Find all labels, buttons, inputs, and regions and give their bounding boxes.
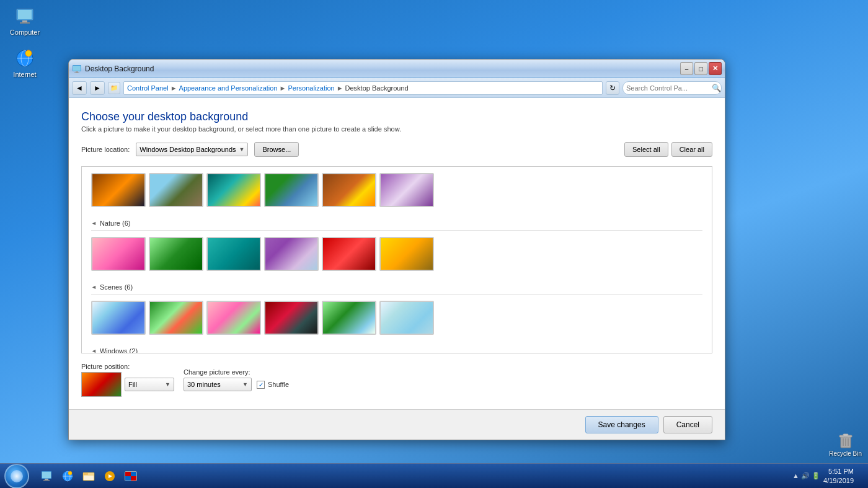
- position-dropdown[interactable]: Fill ▼: [125, 378, 174, 391]
- taskbar-date: 4/19/2019: [823, 476, 854, 485]
- folder-icon: 📁: [108, 82, 120, 94]
- position-control-row: Fill ▼: [81, 372, 174, 397]
- back-button[interactable]: ◄: [72, 81, 87, 95]
- picture-position-label: Picture position:: [81, 363, 174, 370]
- select-all-button[interactable]: Select all: [624, 142, 668, 157]
- browse-button[interactable]: Browse...: [254, 142, 299, 157]
- search-input[interactable]: [626, 84, 712, 92]
- nature-section-header[interactable]: ◄ Nature (6): [91, 216, 702, 231]
- nature-thumbnails: [91, 234, 702, 274]
- cancel-button[interactable]: Cancel: [663, 416, 712, 433]
- svg-rect-2: [22, 20, 27, 22]
- address-bar: ◄ ► 📁 Control Panel ► Appearance and Per…: [69, 78, 725, 98]
- breadcrumb-appearance[interactable]: Appearance and Personalization: [179, 84, 278, 92]
- taskbar-clock: 5:51 PM 4/19/2019: [823, 467, 854, 485]
- taskbar-buttons: [33, 466, 786, 486]
- close-button[interactable]: ✕: [709, 62, 722, 75]
- svg-point-7: [25, 50, 32, 56]
- thumbnail-lavender[interactable]: [379, 173, 434, 207]
- start-button[interactable]: [0, 464, 33, 488]
- window-content: Choose your desktop background Click a p…: [69, 98, 725, 409]
- shuffle-checkbox[interactable]: ✓: [257, 381, 265, 389]
- taskbar: ▲ 🔊 🔋 5:51 PM 4/19/2019: [0, 463, 868, 488]
- thumbnail-bokeh[interactable]: [379, 301, 434, 335]
- scenes-thumbnails: [91, 298, 702, 338]
- nature-section-label: Nature (6): [100, 220, 131, 227]
- system-tray-icons: ▲ 🔊 🔋: [792, 472, 820, 480]
- dropdown-arrow-icon: ▼: [239, 146, 245, 153]
- thumbnail-teal[interactable]: [206, 173, 261, 207]
- svg-rect-3: [20, 22, 30, 24]
- thumbnail-green-leaf[interactable]: [149, 237, 203, 271]
- shuffle-label: Shuffle: [268, 381, 289, 388]
- svg-rect-20: [45, 479, 48, 480]
- thumbnail-yellow[interactable]: [379, 237, 434, 271]
- position-dropdown-arrow-icon: ▼: [165, 381, 170, 388]
- change-picture-control: Change picture every: 30 minutes ▼ ✓ Shu…: [184, 368, 289, 391]
- maximize-button[interactable]: □: [694, 62, 707, 75]
- page-subtitle: Click a picture to make it your desktop …: [81, 125, 712, 133]
- scenes-section-header[interactable]: ◄ Scenes (6): [91, 280, 702, 295]
- computer-icon[interactable]: Computer: [6, 6, 43, 36]
- search-icon: 🔍: [712, 84, 721, 92]
- thumbnail-green-scene[interactable]: [149, 301, 203, 335]
- forward-button[interactable]: ►: [90, 81, 105, 95]
- save-changes-button[interactable]: Save changes: [585, 416, 658, 433]
- clear-all-button[interactable]: Clear all: [671, 142, 712, 157]
- svg-rect-19: [42, 472, 51, 478]
- breadcrumb-personalization[interactable]: Personalization: [288, 84, 334, 92]
- thumbnail-arch[interactable]: [322, 173, 376, 207]
- windows-collapse-icon: ◄: [91, 348, 97, 353]
- scenes-section-label: Scenes (6): [100, 283, 133, 291]
- svg-rect-15: [73, 66, 81, 71]
- svg-rect-10: [843, 434, 848, 436]
- taskbar-media-icon[interactable]: [100, 466, 120, 486]
- position-preview: [81, 372, 122, 397]
- gallery-section-nature: ◄ Nature (6): [82, 213, 712, 277]
- thumbnail-blue-flowers[interactable]: [91, 301, 146, 335]
- computer-icon-label: Computer: [10, 29, 40, 36]
- thumbnail-purple[interactable]: [264, 237, 319, 271]
- picture-position-control: Picture position: Fill ▼: [81, 363, 174, 397]
- gallery-container[interactable]: ◄ Nature (6) ◄: [81, 166, 712, 353]
- refresh-button[interactable]: ↻: [606, 81, 619, 95]
- thumbnail-pink-flowers[interactable]: [206, 301, 261, 335]
- window-footer: Save changes Cancel: [69, 409, 725, 440]
- thumbnail-orange-sunset[interactable]: [91, 173, 146, 207]
- action-buttons: Select all Clear all: [624, 142, 712, 157]
- taskbar-computer-icon[interactable]: [37, 466, 56, 486]
- svg-point-25: [68, 471, 72, 475]
- picture-location-dropdown[interactable]: Windows Desktop Backgrounds ▼: [136, 143, 248, 156]
- svg-rect-1: [18, 10, 32, 19]
- search-bar: 🔍: [622, 81, 722, 95]
- minimize-button[interactable]: –: [680, 62, 693, 75]
- page-title: Choose your desktop background: [81, 110, 712, 123]
- change-picture-row: 30 minutes ▼ ✓ Shuffle: [184, 378, 289, 391]
- internet-icon[interactable]: Internet: [6, 48, 43, 78]
- taskbar-language-icon[interactable]: [121, 466, 141, 486]
- taskbar-explorer-icon[interactable]: [79, 466, 99, 486]
- gallery-section-scenes: ◄ Scenes (6): [82, 277, 712, 341]
- breadcrumb-control-panel[interactable]: Control Panel: [127, 84, 169, 92]
- recycle-bin-icon[interactable]: Recycle Bin: [829, 430, 862, 457]
- internet-icon-label: Internet: [13, 71, 36, 78]
- desktop: Computer Internet Recycle Bin: [0, 0, 868, 488]
- thumbnail-pink[interactable]: [91, 237, 146, 271]
- windows-section-header[interactable]: ◄ Windows (2): [91, 344, 702, 353]
- gallery-section-landscapes-partial: [82, 167, 712, 213]
- thumbnail-dark-red[interactable]: [264, 301, 319, 335]
- time-dropdown[interactable]: 30 minutes ▼: [184, 378, 252, 391]
- taskbar-time: 5:51 PM: [823, 467, 854, 476]
- window-title: Desktop Background: [85, 64, 680, 73]
- desktop-background-window: Desktop Background – □ ✕ ◄ ► 📁 Control P…: [68, 59, 725, 440]
- start-orb: [4, 464, 29, 489]
- svg-rect-16: [76, 71, 78, 73]
- thumbnail-red[interactable]: [322, 237, 376, 271]
- thumbnail-teal-flower[interactable]: [206, 237, 261, 271]
- taskbar-ie-icon[interactable]: [58, 466, 78, 486]
- svg-rect-17: [74, 73, 79, 73]
- thumbnail-waterfall[interactable]: [264, 173, 319, 207]
- thumbnail-meadow[interactable]: [322, 301, 376, 335]
- thumbnail-mountain[interactable]: [149, 173, 203, 207]
- taskbar-right: ▲ 🔊 🔋 5:51 PM 4/19/2019: [786, 467, 868, 485]
